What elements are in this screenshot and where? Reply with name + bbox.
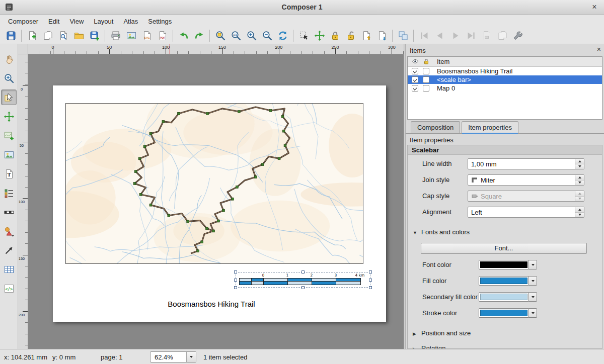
raise-selected-items-button[interactable]	[359, 28, 373, 43]
selection-handle[interactable]	[301, 286, 305, 289]
add-image-tool-button[interactable]	[1, 147, 17, 162]
composer-manager-button[interactable]	[56, 28, 70, 43]
duplicate-composer-button[interactable]	[40, 28, 55, 43]
add-scalebar-tool-button[interactable]	[1, 204, 17, 220]
map-item[interactable]	[65, 103, 363, 264]
atlas-previous-feature-button[interactable]	[432, 28, 447, 43]
save-project-button[interactable]	[4, 28, 18, 43]
visibility-checkbox[interactable]	[412, 68, 418, 74]
zoom-out-button[interactable]	[260, 28, 274, 43]
add-arrow-tool-button[interactable]	[1, 242, 17, 258]
selection-handle[interactable]	[369, 270, 372, 274]
selection-handle[interactable]	[301, 270, 305, 274]
add-attribute-table-tool-button[interactable]	[1, 261, 17, 277]
scalebar-item[interactable]: 01234 km	[236, 272, 370, 288]
new-composer-button[interactable]	[25, 28, 39, 43]
items-panel-title: Items ×	[406, 45, 604, 55]
selection-handle[interactable]	[369, 286, 372, 289]
atlas-next-feature-button[interactable]	[448, 28, 463, 43]
items-row-boosmansbos-hiking-trail[interactable]: Boosmansbos Hiking Trail	[408, 67, 602, 75]
selection-handle[interactable]	[234, 270, 237, 274]
line-width-arrows[interactable]	[575, 159, 584, 169]
unlock-all-items-button[interactable]	[343, 28, 358, 43]
cap-style-combobox[interactable]: Square	[468, 191, 584, 202]
visibility-checkbox[interactable]	[412, 85, 418, 92]
selection-handle[interactable]	[369, 279, 372, 282]
fonts-and-colors-group-header[interactable]: ▼Fonts and colors	[413, 228, 470, 236]
move-item-content-tool-button[interactable]	[1, 109, 17, 124]
menu-view[interactable]: View	[64, 16, 89, 27]
composition-canvas[interactable]: 01234 km Boosmansbos Hiking Trail	[28, 54, 404, 349]
menu-atlas[interactable]: Atlas	[118, 16, 143, 27]
stroke-color-dropdown-button[interactable]	[529, 308, 537, 318]
zoom-in-button[interactable]	[244, 28, 259, 43]
zoom-tool-button[interactable]	[1, 70, 17, 86]
export-as-pdf-button[interactable]: PDF	[155, 28, 170, 43]
atlas-first-feature-button[interactable]	[417, 28, 431, 43]
join-style-arrows[interactable]	[575, 175, 584, 185]
items-panel-close-button[interactable]: ×	[597, 45, 601, 53]
fill-color-dropdown-button[interactable]	[529, 276, 537, 286]
menu-settings[interactable]: Settings	[143, 16, 177, 27]
zoom-combobox[interactable]: 62.4%	[150, 351, 196, 362]
refresh-view-button[interactable]	[275, 28, 290, 43]
join-style-combobox[interactable]: Miter	[468, 174, 584, 186]
zoom-dropdown-icon[interactable]	[186, 352, 196, 362]
select-move-item-tool-button[interactable]	[1, 89, 17, 105]
line-width-spinbox[interactable]: 1,00 mm	[468, 158, 584, 169]
add-html-tool-button[interactable]: </>	[1, 281, 17, 296]
load-from-template-button[interactable]	[71, 28, 86, 43]
zoom-100-button[interactable]: 1:1	[229, 28, 243, 43]
section-position-and-size[interactable]: ▶Position and size	[413, 329, 471, 337]
pan-tool-button[interactable]	[1, 51, 17, 67]
add-new-map-tool-button[interactable]	[1, 128, 17, 143]
fill-color-swatch-button[interactable]	[479, 276, 529, 286]
stroke-color-swatch-button[interactable]	[479, 308, 529, 318]
visibility-checkbox[interactable]	[412, 76, 418, 83]
redo-button[interactable]	[192, 28, 206, 43]
alignment-arrows[interactable]	[575, 207, 584, 217]
section-rotation[interactable]: ▶Rotation	[413, 344, 445, 349]
tab-item-properties[interactable]: Item properties	[462, 121, 518, 133]
print-button[interactable]	[108, 28, 123, 43]
undo-button[interactable]	[176, 28, 191, 43]
composition-title-label[interactable]: Boosmansbos Hiking Trail	[168, 300, 255, 308]
export-as-image-button[interactable]	[124, 28, 138, 43]
print-atlas-button[interactable]	[479, 28, 494, 43]
paper[interactable]: 01234 km Boosmansbos Hiking Trail	[53, 85, 386, 322]
lock-checkbox[interactable]	[423, 68, 429, 74]
secondary-fill-color-swatch-button[interactable]	[479, 292, 529, 302]
items-row-map-0[interactable]: Map 0	[408, 84, 602, 93]
selection-handle[interactable]	[234, 286, 237, 289]
lock-checkbox[interactable]	[423, 76, 429, 83]
menu-edit[interactable]: Edit	[43, 16, 64, 27]
move-item-content-button[interactable]	[312, 28, 327, 43]
window-close-button[interactable]: ×	[589, 2, 600, 13]
zoom-full-button[interactable]	[213, 28, 228, 43]
alignment-combobox[interactable]: Left	[468, 207, 584, 218]
font-color-dropdown-button[interactable]	[529, 260, 537, 269]
atlas-last-feature-button[interactable]	[464, 28, 478, 43]
menu-composer[interactable]: Composer	[3, 16, 43, 27]
font-button[interactable]: Font...	[421, 243, 587, 254]
items-row-scale-bar[interactable]: <scale bar>	[408, 75, 602, 84]
tab-composition[interactable]: Composition	[411, 121, 460, 133]
menu-layout[interactable]: Layout	[89, 16, 118, 27]
secondary-fill-color-dropdown-button[interactable]	[529, 292, 537, 302]
lock-selected-items-button[interactable]	[328, 28, 342, 43]
selection-handle[interactable]	[234, 279, 237, 282]
add-shape-tool-button[interactable]	[1, 223, 17, 239]
add-label-tool-button[interactable]: T	[1, 166, 17, 181]
atlas-settings-button[interactable]	[510, 28, 525, 43]
lock-checkbox[interactable]	[423, 85, 429, 92]
save-as-template-button[interactable]	[87, 28, 102, 43]
join-style-label: Join style	[422, 176, 449, 184]
add-legend-tool-button[interactable]	[1, 185, 17, 201]
group-items-button[interactable]	[396, 28, 410, 43]
lower-selected-items-button[interactable]	[374, 28, 389, 43]
export-atlas-button[interactable]	[495, 28, 509, 43]
font-color-swatch-button[interactable]	[479, 260, 529, 269]
cap-style-arrows[interactable]	[575, 191, 584, 201]
select-move-item-button[interactable]	[296, 28, 311, 43]
export-as-svg-button[interactable]: SVG	[139, 28, 154, 43]
